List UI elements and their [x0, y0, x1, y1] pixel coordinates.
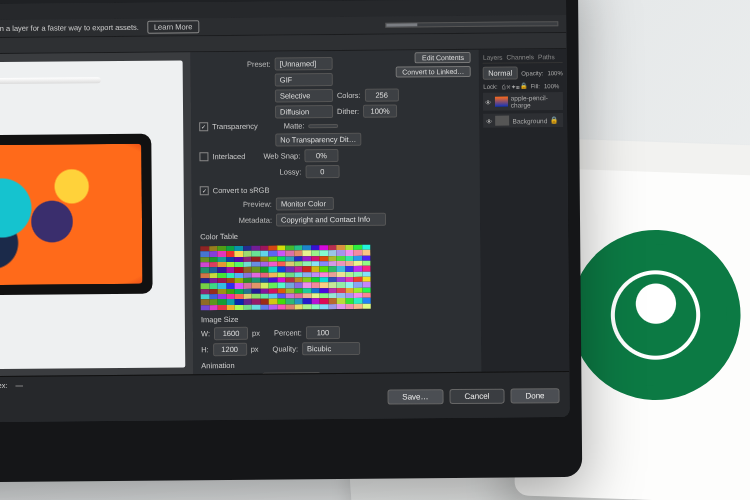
preview-canvas-area: 100% dither Selective palette 256 colors — [0, 52, 194, 407]
px-label-2: px — [251, 345, 259, 354]
opacity-value[interactable]: 100% — [547, 70, 562, 76]
tab-paths[interactable]: Paths — [538, 53, 555, 60]
layers-panel: Layers Channels Paths NormalOpacity:100%… — [479, 49, 570, 402]
laptop: Filter 3D View Window Help ⚉ ᯤ 12:13 Dan… — [0, 0, 582, 483]
tab-layers[interactable]: Layers — [483, 54, 503, 61]
format-select[interactable]: GIF — [275, 73, 333, 87]
matte-select[interactable] — [309, 124, 339, 128]
percent-input[interactable]: 100 — [306, 326, 340, 339]
dither-input[interactable]: 100% — [363, 105, 397, 118]
preview-select[interactable]: Monitor Color — [276, 197, 334, 211]
dither-algo-select[interactable]: Diffusion — [275, 105, 333, 119]
starbucks-logo — [568, 227, 744, 403]
websnap-label: Web Snap: — [263, 151, 300, 160]
interlaced-checkbox[interactable] — [199, 152, 208, 161]
quality-label: Quality: — [273, 344, 299, 353]
convert-to-linked-button[interactable]: Convert to Linked… — [395, 66, 471, 78]
dither-label: Dither: — [337, 107, 359, 116]
preset-select[interactable]: [Unnamed] — [275, 57, 333, 71]
lossy-input[interactable]: 0 — [305, 165, 339, 178]
width-label: W: — [201, 329, 210, 338]
layer-name: apple-pencil-charge — [511, 94, 561, 108]
fill-label: Fill: — [531, 83, 540, 89]
matte-label: Matte: — [284, 121, 305, 130]
animation-heading: Animation — [201, 359, 474, 370]
metadata-select[interactable]: Copyright and Contact Info — [276, 213, 386, 227]
image-size-heading: Image Size — [201, 313, 474, 324]
lock-icons[interactable]: ⎙⤧✦▦🔒 — [502, 82, 527, 89]
width-input[interactable]: 1600 — [214, 327, 248, 340]
px-label: px — [252, 329, 260, 338]
transparency-dither-select[interactable]: No Transparency Dit… — [275, 133, 361, 147]
reduction-select[interactable]: Selective — [275, 89, 333, 103]
done-button[interactable]: Done — [510, 388, 559, 403]
apple-pencil-graphic — [0, 77, 101, 84]
opacity-label: Opacity: — [521, 70, 543, 76]
ipad-wallpaper-art — [0, 144, 143, 286]
dialog-action-bar: Alpha:— Hex:— Index:— Save… Cancel Done — [0, 371, 570, 423]
blend-mode-select[interactable]: Normal — [483, 66, 517, 79]
height-input[interactable]: 1200 — [213, 343, 247, 356]
transparency-label: Transparency — [212, 122, 258, 131]
screen: Filter 3D View Window Help ⚉ ᯤ 12:13 Dan… — [0, 0, 570, 423]
layer-row[interactable]: 👁apple-pencil-charge — [483, 92, 563, 111]
layer-row[interactable]: 👁Background🔒 — [484, 113, 564, 128]
preview-label: Preview: — [200, 200, 272, 210]
colors-label: Colors: — [337, 91, 361, 100]
height-label: H: — [201, 345, 209, 354]
ipad-graphic — [0, 134, 153, 296]
convert-srgb-checkbox[interactable]: ✓ — [200, 186, 209, 195]
optimize-settings-panel: Edit Contents Convert to Linked… Preset:… — [191, 50, 483, 405]
index-label: Index: — [0, 381, 8, 390]
visibility-icon[interactable]: 👁 — [485, 98, 492, 105]
edit-contents-button[interactable]: Edit Contents — [415, 52, 471, 63]
learn-more-button[interactable]: Learn More — [147, 20, 199, 33]
lossy-label: Lossy: — [280, 167, 302, 176]
visibility-icon[interactable]: 👁 — [486, 117, 493, 124]
metadata-label: Metadata: — [200, 216, 272, 226]
preset-label: Preset: — [199, 60, 271, 70]
lock-icon: 🔒 — [550, 116, 558, 124]
lock-label: Lock: — [483, 83, 497, 89]
websnap-input[interactable]: 0% — [304, 149, 338, 162]
color-table-heading: Color Table — [200, 230, 473, 241]
preview-image[interactable] — [0, 60, 185, 369]
convert-srgb-label: Convert to sRGB — [213, 186, 270, 195]
interlaced-label: Interlaced — [212, 152, 245, 161]
cancel-button[interactable]: Cancel — [449, 389, 504, 404]
transparency-checkbox[interactable]: ✓ — [199, 122, 208, 131]
fill-value[interactable]: 100% — [544, 83, 559, 89]
index-readout: — — [16, 381, 24, 390]
hint-text: …or right click on a layer for a faster … — [0, 23, 139, 34]
layer-thumb — [496, 116, 510, 126]
quality-select[interactable]: Bicubic — [302, 342, 360, 356]
color-table[interactable] — [200, 245, 371, 310]
layer-name: Background — [513, 117, 548, 124]
tab-channels[interactable]: Channels — [507, 53, 535, 60]
save-button[interactable]: Save… — [387, 389, 443, 404]
layer-thumb — [495, 97, 507, 107]
colors-input[interactable]: 256 — [365, 89, 399, 102]
optimize-progress — [386, 21, 559, 28]
percent-label: Percent: — [274, 328, 302, 337]
